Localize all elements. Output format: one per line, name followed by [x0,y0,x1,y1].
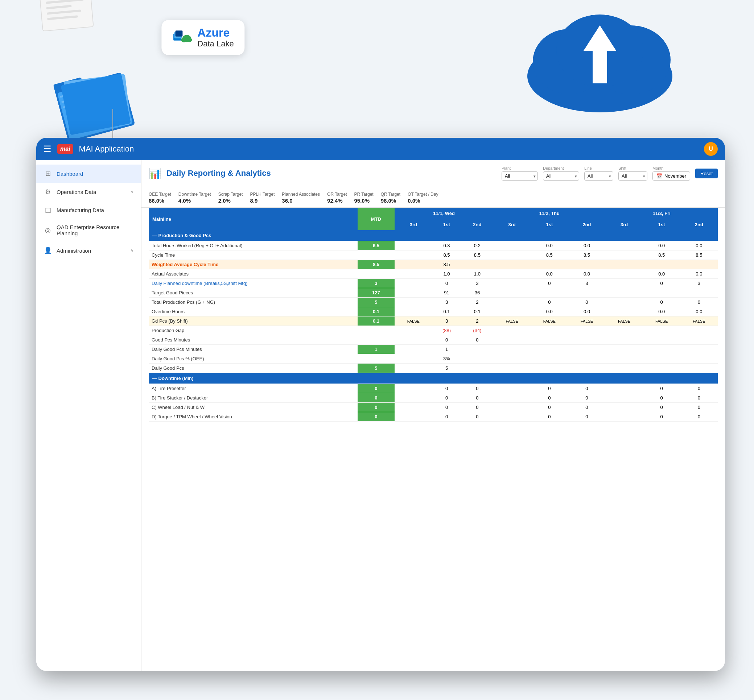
section-downtime-label: — Downtime (Min) [149,373,718,384]
reset-button[interactable]: Reset [695,169,718,178]
shift-select[interactable]: All [618,172,648,181]
row-label: Production Gap [149,326,358,335]
cell: 0 [530,412,568,422]
content-area: ⊞ Dashboard ⚙ Operations Data ∨ ◫ Manufa… [36,160,725,671]
svg-rect-28 [47,15,78,20]
cell [606,269,643,279]
cell [493,403,530,412]
cell [606,326,643,335]
cell: 1.0 [461,269,494,279]
mtd-cell: 5 [358,298,395,307]
cell [461,345,494,354]
row-label: Daily Good Pcs % (OEE) [149,354,358,364]
cell: 3 [568,279,605,288]
svg-marker-10 [583,25,616,83]
month-value: November [665,173,686,179]
target-scrap: Scrap Target 2.0% [218,192,243,204]
svg-point-6 [527,40,673,112]
sidebar-item-administration[interactable]: 👤 Administration ∨ [36,241,141,259]
sidebar-item-operations[interactable]: ⚙ Operations Data ∨ [36,183,141,201]
cell [568,354,605,364]
target-ot: OT Target / Day 0.0% [408,192,438,204]
svg-point-7 [533,29,605,94]
mtd-cell: 8.5 [358,260,395,269]
month-filter-group: Month 📅 November [652,166,690,181]
planned-assoc-label: Planned Associates [282,192,320,197]
shift-label: Shift [618,166,648,170]
cell: 3 [432,316,461,326]
cell: 0 [643,412,680,422]
cell [643,326,680,335]
cell [606,260,643,269]
data-table: Mainline MTD 11/1, Wed 11/2, Thu 11/3, F… [149,208,718,422]
plant-select[interactable]: All [502,172,538,181]
col-mtd: MTD [358,208,395,230]
data-table-wrapper: Mainline MTD 11/1, Wed 11/2, Thu 11/3, F… [141,208,725,429]
sidebar-item-qad[interactable]: ◎ QAD Enterprise Resource Planning [36,219,141,241]
cell: FALSE [493,316,530,326]
cell [493,288,530,298]
svg-rect-26 [46,5,72,9]
svg-point-9 [556,14,643,87]
cell: 0 [432,279,461,288]
operations-icon: ⚙ [44,188,52,196]
table-row: D) Torque / TPM Wheel / Wheel Vision 0 0… [149,412,718,422]
department-select[interactable]: All [543,172,579,181]
cell [394,298,432,307]
cell: 1.0 [432,269,461,279]
row-label: B) Tire Stacker / Destacker [149,393,358,403]
row-label: Actual Associates [149,269,358,279]
cell [493,260,530,269]
line-select[interactable]: All [584,172,613,181]
qad-icon: ◎ [44,226,52,234]
top-nav: ☰ mai MAI Application U [36,138,725,160]
sidebar-item-manufacturing[interactable]: ◫ Manufacturing Data [36,201,141,219]
dashboard-title: Daily Reporting & Analytics [166,169,271,178]
svg-rect-2 [175,30,183,37]
table-row: Overtime Hours 0.1 0.1 0.1 0.0 0.0 0.0 0… [149,307,718,316]
plant-filter-group: Plant All [502,166,538,181]
oee-label: OEE Target [149,192,171,197]
sidebar-item-dashboard[interactable]: ⊞ Dashboard [36,164,141,183]
cell: 8.5 [432,250,461,260]
target-qr: QR Target 98.0% [381,192,400,204]
cell [606,250,643,260]
shift-filter-group: Shift All [618,166,648,181]
cell [530,345,568,354]
cell: 0 [530,393,568,403]
month-button[interactable]: 📅 November [652,172,690,181]
table-row: Actual Associates 1.0 1.0 0.0 0.0 0.0 0.… [149,269,718,279]
sidebar: ⊞ Dashboard ⚙ Operations Data ∨ ◫ Manufa… [36,160,141,671]
row-label: Total Hours Worked (Reg + OT+ Additional… [149,241,358,250]
row-label: C) Wheel Load / Nut & W [149,403,358,412]
cell [606,307,643,316]
mtd-cell [358,326,395,335]
section-production: — Production & Good Pcs [149,230,718,241]
cell: FALSE [568,316,605,326]
pr-label: PR Target [354,192,374,197]
hamburger-icon[interactable]: ☰ [44,144,52,154]
cell [643,364,680,373]
table-row: Good Pcs Minutes 0 0 [149,335,718,345]
table-row: Production Gap (88) (34) [149,326,718,335]
cell: 8.5 [530,250,568,260]
scrap-label: Scrap Target [218,192,243,197]
cell: 8.5 [568,250,605,260]
cell [568,335,605,345]
pplh-label: PPLH Target [250,192,275,197]
paper-decor-icon [33,0,97,35]
cell: FALSE [643,316,680,326]
col-date-2: 11/2, Thu [493,208,605,219]
cell: 0 [432,393,461,403]
qr-value: 98.0% [381,198,400,204]
cell [394,241,432,250]
line-label: Line [584,166,613,170]
azure-subtitle: Data Lake [197,39,233,48]
user-avatar[interactable]: U [704,142,718,156]
col-3rd-2: 3rd [493,219,530,230]
cell: 0 [643,393,680,403]
row-label: Target Good Pieces [149,288,358,298]
cell: FALSE [606,316,643,326]
cell [394,260,432,269]
mtd-cell [358,354,395,364]
